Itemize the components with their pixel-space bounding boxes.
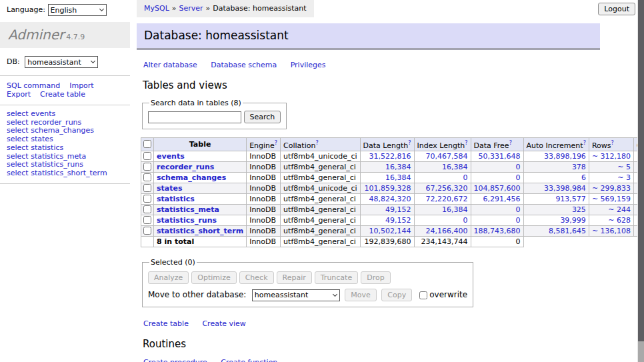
table-name-link[interactable]: events [157, 152, 185, 161]
language-select[interactable]: English [48, 4, 107, 16]
rows-count-link[interactable]: ~ 312,180 [592, 152, 631, 161]
sidebar-select-link[interactable]: select [7, 118, 29, 127]
scrollbar-thumb[interactable] [638, 0, 644, 341]
help-link[interactable]: ? [509, 140, 512, 146]
row-checkbox[interactable] [143, 173, 151, 181]
sidebar-import-link[interactable]: Import [69, 81, 94, 90]
sidebar-export-link[interactable]: Export [7, 90, 31, 99]
rows-count-link[interactable]: ~ 5 [617, 163, 631, 171]
search-input[interactable] [148, 111, 241, 123]
data-length-link[interactable]: 10,502,144 [369, 227, 411, 235]
help-link[interactable]: ? [275, 140, 277, 146]
sidebar-table-link[interactable]: statistics_short_term [31, 169, 107, 177]
sidebar-table-link[interactable]: schema_changes [31, 126, 94, 135]
help-link[interactable]: ? [611, 140, 613, 146]
data-free-link[interactable]: 50,331,648 [479, 152, 521, 161]
auto-increment-link[interactable]: 6 [581, 173, 586, 182]
sidebar-table-link[interactable]: events [31, 109, 55, 118]
adminer-logo-link[interactable]: Adminer [8, 27, 64, 43]
privileges-link[interactable]: Privileges [291, 61, 326, 69]
data-free-link[interactable]: 104,857,600 [474, 184, 521, 193]
index-length-link[interactable]: 0 [463, 216, 468, 225]
move-button[interactable]: Move [345, 289, 377, 301]
row-checkbox[interactable] [143, 163, 151, 171]
data-free-link[interactable]: 0 [516, 173, 521, 182]
overwrite-checkbox[interactable] [419, 291, 427, 299]
create-function-link[interactable]: Create function [221, 358, 277, 362]
rows-count-link[interactable]: ~ 569,159 [592, 195, 631, 203]
row-checkbox[interactable] [143, 195, 151, 203]
index-length-link[interactable]: 16,384 [442, 163, 468, 171]
auto-increment-link[interactable]: 8,581,645 [549, 227, 586, 235]
data-free-link[interactable]: 0 [516, 163, 521, 171]
table-name-link[interactable]: states [157, 184, 183, 193]
data-length-link[interactable]: 16,384 [385, 163, 411, 171]
rows-count-link[interactable]: ~ 244 [608, 205, 631, 214]
data-length-link[interactable]: 31,522,816 [369, 152, 411, 161]
sidebar-table-link[interactable]: states [31, 135, 53, 143]
data-free-link[interactable]: 0 [516, 216, 521, 225]
table-name-link[interactable]: schema_changes [157, 173, 226, 182]
table-name-link[interactable]: statistics_short_term [157, 227, 243, 235]
db-select[interactable]: homeassistant [25, 56, 98, 68]
sidebar-select-link[interactable]: select [7, 160, 29, 169]
create-table-link[interactable]: Create table [143, 319, 189, 328]
repair-button[interactable]: Repair [277, 271, 312, 284]
sidebar-select-link[interactable]: select [7, 135, 29, 143]
auto-increment-link[interactable]: 33,898,196 [544, 152, 586, 161]
table-name-link[interactable]: statistics_runs [157, 216, 217, 225]
database-schema-link[interactable]: Database schema [211, 61, 277, 69]
index-length-link[interactable]: 67,256,320 [426, 184, 468, 193]
drop-button[interactable]: Drop [361, 271, 390, 284]
breadcrumb-mysql-link[interactable]: MySQL [144, 4, 169, 13]
optimize-button[interactable]: Optimize [191, 271, 236, 284]
data-length-link[interactable]: 49,152 [385, 216, 411, 225]
sidebar-table-link[interactable]: recorder_runs [31, 118, 81, 127]
row-checkbox[interactable] [143, 184, 151, 192]
auto-increment-link[interactable]: 33,398,984 [544, 184, 586, 193]
overwrite-label[interactable]: overwrite [429, 290, 467, 299]
rows-count-link[interactable]: ~ 3 [617, 173, 631, 182]
sidebar-table-link[interactable]: statistics_runs [31, 160, 83, 169]
row-checkbox[interactable] [143, 205, 151, 213]
truncate-button[interactable]: Truncate [315, 271, 358, 284]
table-name-link[interactable]: statistics [157, 195, 195, 203]
rows-count-link[interactable]: ~ 136,108 [592, 227, 631, 235]
index-length-link[interactable]: 72,220,672 [426, 195, 468, 203]
sidebar-select-link[interactable]: select [7, 152, 29, 161]
index-length-link[interactable]: 0 [463, 173, 468, 182]
search-button[interactable]: Search [244, 111, 281, 123]
data-length-link[interactable]: 16,384 [385, 173, 411, 182]
data-free-link[interactable]: 6,291,456 [483, 195, 521, 203]
data-length-link[interactable]: 101,859,328 [365, 184, 411, 193]
index-length-link[interactable]: 70,467,584 [426, 152, 468, 161]
row-checkbox[interactable] [143, 227, 151, 235]
help-link[interactable]: ? [408, 140, 411, 146]
sidebar-select-link[interactable]: select [7, 126, 29, 135]
help-link[interactable]: ? [583, 140, 586, 146]
sidebar-table-link[interactable]: statistics [31, 143, 63, 152]
rows-count-link[interactable]: ~ 299,833 [592, 184, 631, 193]
row-checkbox[interactable] [143, 216, 151, 224]
help-link[interactable]: ? [315, 140, 318, 146]
auto-increment-link[interactable]: 39,999 [560, 216, 586, 225]
auto-increment-link[interactable]: 325 [572, 205, 586, 214]
create-view-link[interactable]: Create view [202, 319, 245, 328]
table-name-link[interactable]: statistics_meta [157, 205, 219, 214]
table-name-link[interactable]: recorder_runs [157, 163, 214, 171]
help-link[interactable]: ? [465, 140, 467, 146]
breadcrumb-server-link[interactable]: Server [179, 4, 203, 13]
row-checkbox[interactable] [143, 152, 151, 160]
move-database-select[interactable]: homeassistant [252, 289, 340, 301]
sidebar-table-link[interactable]: statistics_meta [31, 152, 86, 161]
alter-database-link[interactable]: Alter database [143, 61, 197, 69]
data-free-link[interactable]: 0 [516, 205, 521, 214]
data-free-link[interactable]: 188,743,680 [474, 227, 521, 235]
copy-button[interactable]: Copy [381, 289, 412, 301]
vertical-scrollbar[interactable] [637, 0, 644, 362]
rows-count-link[interactable]: ~ 628 [608, 216, 631, 225]
select-all-checkbox[interactable] [143, 140, 151, 148]
index-length-link[interactable]: 16,384 [442, 205, 468, 214]
sidebar-select-link[interactable]: select [7, 109, 29, 118]
check-button[interactable]: Check [239, 271, 274, 284]
